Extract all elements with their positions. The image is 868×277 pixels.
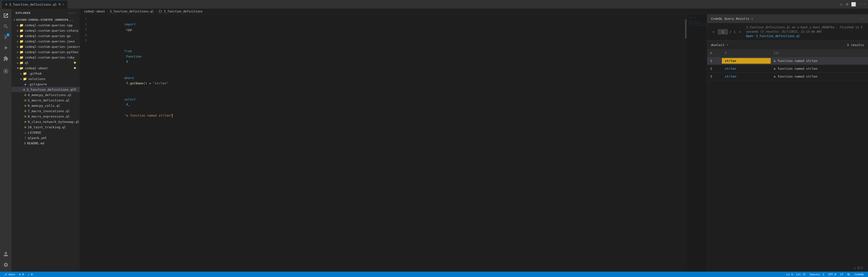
- sidebar-item-uboot[interactable]: ▼ 📂 codeql-uboot: [12, 65, 80, 71]
- activity-codeql[interactable]: [1, 66, 11, 76]
- sidebar-item-qlpack[interactable]: ! qlpack.yml: [12, 135, 80, 141]
- open-file-link[interactable]: 3_function_definitions.ql: [756, 34, 800, 38]
- sidebar-item-6-memcpy-calls[interactable]: ≡ 6_memcpy_calls.ql: [12, 103, 80, 108]
- code-editor: 1 2 3 4 5 import cpp: [80, 14, 707, 272]
- activity-accounts[interactable]: [1, 249, 11, 259]
- workspace-root[interactable]: ▼ VSCODE-CODEQL-STARTER (WORKSPA...: [12, 17, 80, 23]
- activity-source-control[interactable]: 1: [1, 32, 11, 42]
- sidebar-item-gitignore[interactable]: ◆ .gitignore: [12, 82, 80, 87]
- activity-run[interactable]: [1, 43, 11, 53]
- ln-col[interactable]: Ln 5, Col 37: [786, 273, 806, 276]
- item-label: 10_taint_tracking.ql: [28, 125, 66, 129]
- git-branch[interactable]: ⎇ main: [4, 273, 15, 276]
- row3-f[interactable]: strlen: [722, 74, 771, 79]
- breadcrumb-file[interactable]: 3_function_definitions.ql: [110, 10, 154, 13]
- row3-val: a function named strlen: [771, 74, 868, 79]
- result-row-1[interactable]: 1 strlen a function named strlen: [707, 57, 868, 65]
- eol[interactable]: LF: [840, 273, 843, 276]
- sidebar-item-cpp[interactable]: ▶ 📁 codeql-custom-queries-cpp: [12, 23, 80, 28]
- sidebar-item-python[interactable]: ▶ 📁 codeql-custom-queries-python: [12, 49, 80, 55]
- sidebar-item-10-taint[interactable]: ≡ 10_taint_tracking.ql: [12, 124, 80, 130]
- sidebar-more-icon[interactable]: ···: [68, 11, 76, 16]
- code-line-2: [90, 38, 684, 43]
- split-editor-icon[interactable]: ⬜: [851, 2, 856, 7]
- activity-settings[interactable]: [1, 260, 11, 270]
- folder-icon: 📁: [20, 45, 24, 49]
- page-separator: /: [730, 30, 732, 34]
- codeql-status[interactable]: CodeQL: [854, 273, 864, 276]
- spaces[interactable]: Spaces: 2: [810, 273, 824, 276]
- row1-f[interactable]: strlen: [722, 58, 771, 64]
- result-row-3[interactable]: 3 strlen a function named strlen: [707, 73, 868, 81]
- tab-close-button[interactable]: ✕: [62, 3, 64, 6]
- next-page-button[interactable]: »: [737, 29, 742, 34]
- select-dropdown[interactable]: #select ▾: [711, 43, 728, 47]
- result-row-2[interactable]: 2 strlen a function named strlen: [707, 65, 868, 73]
- sidebar-item-5-macro-defs[interactable]: ≡ 5_macro_definitions.ql: [12, 97, 80, 103]
- editor-scrollbar[interactable]: [684, 14, 687, 272]
- editor-tab[interactable]: ≡ 3_function_definitions.ql M ✕: [2, 0, 68, 9]
- variant-analysis-icon[interactable]: ⊞: [846, 2, 848, 7]
- sidebar-item-github[interactable]: ▶ 📁 .github: [12, 71, 80, 76]
- breadcrumb-sep2: ›: [155, 10, 157, 13]
- row2-f[interactable]: strlen: [722, 66, 771, 71]
- sidebar-item-csharp[interactable]: ▶ 📁 codeql-custom-queries-csharp: [12, 28, 80, 33]
- sidebar-item-ruby[interactable]: ▶ 📁 codeql-custom-queries-ruby: [12, 55, 80, 60]
- sidebar-item-solutions[interactable]: ▶ 📁 solutions: [12, 76, 80, 82]
- keyword-select: select: [124, 97, 136, 101]
- activity-extensions[interactable]: [1, 54, 11, 63]
- sidebar-item-4-memcpy-defs[interactable]: ≡ 4_memcpy_definitions.ql: [12, 92, 80, 97]
- results-panel-close[interactable]: ✕: [751, 17, 753, 21]
- sidebar-item-9-class[interactable]: ≡ 9_class_network_byteswap.ql: [12, 119, 80, 124]
- minimap: import cpp from Function f where f.getNa…: [687, 14, 707, 272]
- sidebar-item-8-macro-exp[interactable]: ≡ 8_macro_expressions.ql: [12, 114, 80, 119]
- sidebar-item-7-macro-inv[interactable]: ≡ 7_macro_invocations.ql: [12, 108, 80, 114]
- language[interactable]: QL: [847, 273, 850, 276]
- folder-icon: 📁: [20, 50, 24, 54]
- sidebar-item-readme[interactable]: ℹ README.md: [12, 141, 80, 146]
- sidebar-item-license[interactable]: ⚠ LICENSE: [12, 130, 80, 135]
- item-label: codeql-custom-queries-go: [25, 34, 71, 38]
- prev-page-button[interactable]: «: [711, 29, 716, 34]
- page-input[interactable]: [718, 29, 728, 34]
- error-count[interactable]: ⊗ 0: [19, 273, 24, 276]
- results-more-icon[interactable]: ···: [859, 17, 864, 21]
- str-strlen: "strlen": [153, 82, 168, 85]
- sidebar-tree: ▼ VSCODE-CODEQL-STARTER (WORKSPA... ▶ 📁 …: [12, 17, 80, 272]
- item-label: 7_macro_invocations.ql: [28, 109, 70, 113]
- arrow-icon: ▶: [17, 51, 19, 53]
- keyword-import: import: [124, 23, 136, 26]
- snowflake-icon: ✻: [854, 267, 856, 270]
- warning-count[interactable]: ⚠ 0: [28, 273, 33, 276]
- keyword-from: from: [124, 49, 132, 53]
- encoding[interactable]: UTF-8: [828, 273, 836, 276]
- run-query-icon[interactable]: ▷: [841, 2, 843, 7]
- sidebar-item-go[interactable]: ▶ 📁 codeql-custom-queries-go: [12, 33, 80, 38]
- sidebar-item-javascript[interactable]: ▶ 📁 codeql-custom-queries-javascript: [12, 44, 80, 49]
- breadcrumb-symbol[interactable]: {} 3_function_definitions: [159, 10, 203, 13]
- code-content[interactable]: import cpp from Function f where: [90, 14, 684, 272]
- folder-icon: 📁: [20, 39, 24, 43]
- breadcrumb-repo[interactable]: codeql-uboot: [84, 10, 105, 13]
- item-label: .github: [28, 72, 42, 75]
- sidebar-item-java[interactable]: ▶ 📁 codeql-custom-queries-java: [12, 38, 80, 44]
- arrow-icon: ▶: [17, 24, 19, 27]
- line-num-2: 2: [80, 22, 90, 27]
- row3-num: 3: [707, 74, 722, 79]
- activity-search[interactable]: [1, 22, 11, 31]
- activity-explorer[interactable]: [1, 11, 11, 21]
- tab-modified: M: [59, 3, 61, 6]
- more-actions-icon[interactable]: ···: [859, 2, 866, 7]
- arrow-icon: ▶: [21, 72, 22, 75]
- ql-file-icon: ≡: [5, 3, 7, 6]
- sidebar-item-ql[interactable]: ▶ 📁 ql: [12, 60, 80, 65]
- workspace-label: VSCODE-CODEQL-STARTER (WORKSPA...: [17, 18, 74, 22]
- activity-bar-bottom: [1, 249, 11, 270]
- open-label[interactable]: Open: [746, 34, 753, 38]
- item-label: codeql-custom-queries-cpp: [25, 23, 73, 27]
- sidebar-item-3-function-defs[interactable]: ≡ 3_function_definitions.ql M: [12, 87, 80, 92]
- ql-icon: ≡: [24, 115, 26, 118]
- status-right: Ln 5, Col 37 Spaces: 2 UTF-8 LF QL CodeQ…: [786, 273, 864, 276]
- scrollbar-thumb[interactable]: [685, 19, 686, 39]
- row2-num: 2: [707, 66, 722, 71]
